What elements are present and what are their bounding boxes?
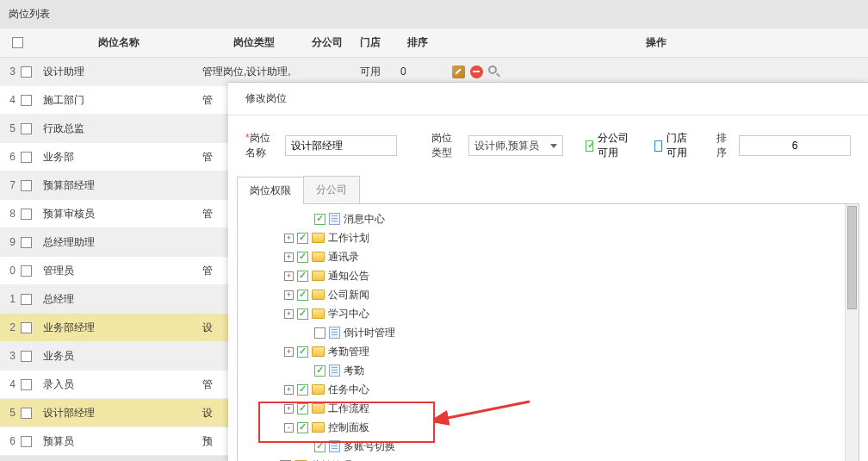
folder-icon xyxy=(312,271,325,281)
delete-icon[interactable] xyxy=(470,65,483,78)
tree-node[interactable]: +工作计划 xyxy=(246,228,836,247)
tree-checkbox[interactable] xyxy=(297,346,308,358)
row-checkbox[interactable] xyxy=(21,95,32,106)
tree-node[interactable]: 多账号切换 xyxy=(246,437,836,456)
sort-label: 排序 xyxy=(716,131,730,160)
tree-node[interactable]: +营销管理 xyxy=(246,456,836,461)
tree-checkbox[interactable] xyxy=(297,422,308,433)
row-checkbox[interactable] xyxy=(21,294,32,305)
row-ops xyxy=(443,65,868,78)
row-name: 施工部门 xyxy=(34,93,202,108)
row-checkbox[interactable] xyxy=(21,379,32,390)
tree-node[interactable]: +通讯录 xyxy=(246,247,836,266)
tree-node[interactable]: +工作流程 xyxy=(246,399,836,418)
tree-spacer xyxy=(301,328,311,338)
name-input[interactable] xyxy=(285,135,397,156)
expand-icon[interactable]: + xyxy=(284,252,294,262)
tab-branch[interactable]: 分公司 xyxy=(303,176,360,203)
row-name: 预算审核员 xyxy=(34,207,202,221)
dialog-title: 修改岗位 xyxy=(228,83,868,115)
expand-icon[interactable]: + xyxy=(284,385,294,395)
tree-spacer xyxy=(301,215,311,224)
row-name: 业务员 xyxy=(34,349,202,364)
tree-node[interactable]: +通知公告 xyxy=(246,266,836,285)
folder-icon xyxy=(312,422,325,433)
store-checkbox[interactable] xyxy=(654,140,662,152)
folder-icon xyxy=(312,252,325,262)
branch-checkbox-wrap[interactable]: 分公司可用 xyxy=(586,131,631,160)
tree-checkbox[interactable] xyxy=(297,384,308,396)
row-index: 4 xyxy=(0,378,17,390)
row-checkbox[interactable] xyxy=(21,152,32,163)
folder-icon xyxy=(312,346,325,357)
tree-checkbox[interactable] xyxy=(297,271,308,282)
row-index: 5 xyxy=(0,407,17,419)
tree-scrollbar[interactable] xyxy=(845,204,859,461)
row-name: 业务部经理 xyxy=(34,321,202,335)
tree-node[interactable]: +考勤管理 xyxy=(246,342,836,361)
folder-icon xyxy=(312,403,325,414)
tree-checkbox[interactable] xyxy=(314,441,326,452)
expand-icon[interactable]: + xyxy=(284,404,294,414)
row-name: 设计部经理 xyxy=(34,406,202,421)
tree-node[interactable]: +任务中心 xyxy=(246,380,836,399)
row-checkbox[interactable] xyxy=(21,180,32,191)
row-checkbox[interactable] xyxy=(21,322,32,333)
tree-node[interactable]: 消息中心 xyxy=(246,209,836,228)
row-index: 0 xyxy=(0,265,17,277)
tree-node[interactable]: -控制面板 xyxy=(246,418,836,437)
file-icon xyxy=(329,213,340,225)
row-index: 9 xyxy=(0,236,17,248)
branch-checkbox[interactable] xyxy=(586,140,593,152)
expand-icon[interactable]: + xyxy=(284,290,294,300)
file-icon xyxy=(329,327,340,339)
tree-label: 任务中心 xyxy=(328,383,369,397)
folder-icon xyxy=(312,384,325,395)
tree-checkbox[interactable] xyxy=(297,403,308,414)
row-store: 可用 xyxy=(349,65,392,79)
row-checkbox[interactable] xyxy=(21,123,32,134)
row-checkbox[interactable] xyxy=(21,351,32,362)
sort-input[interactable] xyxy=(739,135,851,156)
type-combo[interactable]: 设计师,预算员 xyxy=(468,135,563,156)
table-header: 岗位名称 岗位类型 分公司 门店 排序 操作 xyxy=(0,28,868,58)
expand-icon[interactable]: + xyxy=(284,234,294,243)
expand-icon[interactable]: + xyxy=(284,271,294,281)
row-checkbox[interactable] xyxy=(21,408,32,419)
select-all-checkbox[interactable] xyxy=(12,37,23,48)
row-checkbox[interactable] xyxy=(21,237,32,248)
tree-label: 消息中心 xyxy=(344,212,385,227)
scrollbar-thumb[interactable] xyxy=(847,206,857,309)
tree-checkbox[interactable] xyxy=(314,214,326,225)
col-name: 岗位名称 xyxy=(34,35,202,50)
expand-icon[interactable]: + xyxy=(284,347,294,357)
tree-node[interactable]: 考勤 xyxy=(246,361,836,380)
expand-icon[interactable]: + xyxy=(284,309,294,319)
tree-node[interactable]: +学习中心 xyxy=(246,304,836,323)
tree-checkbox[interactable] xyxy=(314,365,326,377)
search-icon[interactable] xyxy=(488,65,497,74)
row-checkbox[interactable] xyxy=(21,265,32,277)
type-combo-value: 设计师,预算员 xyxy=(474,139,539,153)
edit-icon[interactable] xyxy=(452,65,465,78)
tree-checkbox[interactable] xyxy=(297,290,308,301)
collapse-icon[interactable]: - xyxy=(284,423,294,433)
dialog-tabs: 岗位权限 分公司 xyxy=(237,176,859,204)
row-name: 设计助理 xyxy=(34,65,202,79)
tree-checkbox[interactable] xyxy=(297,252,308,263)
row-index: 7 xyxy=(0,179,17,191)
tree-checkbox[interactable] xyxy=(314,327,326,339)
tab-permissions[interactable]: 岗位权限 xyxy=(237,177,304,204)
tree-checkbox[interactable] xyxy=(297,233,308,244)
row-index: 6 xyxy=(0,435,17,447)
permission-tree[interactable]: 消息中心+工作计划+通讯录+通知公告+公司新闻+学习中心倒计时管理+考勤管理考勤… xyxy=(238,204,845,461)
store-checkbox-wrap[interactable]: 门店可用 xyxy=(654,131,693,160)
tree-label: 工作流程 xyxy=(328,402,369,416)
row-checkbox[interactable] xyxy=(21,209,32,220)
row-checkbox[interactable] xyxy=(21,436,32,447)
tree-node[interactable]: +公司新闻 xyxy=(246,285,836,304)
tree-node[interactable]: 倒计时管理 xyxy=(246,323,836,342)
row-checkbox[interactable] xyxy=(21,66,32,78)
row-index: 6 xyxy=(0,151,17,163)
tree-checkbox[interactable] xyxy=(297,308,308,320)
